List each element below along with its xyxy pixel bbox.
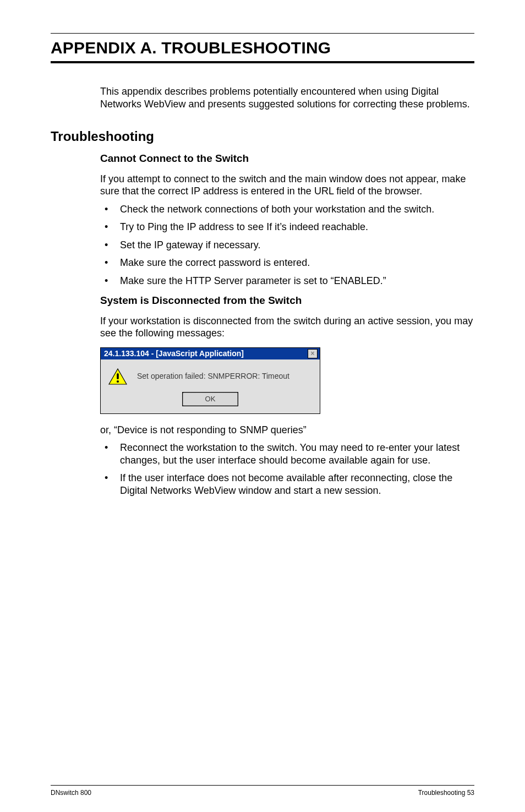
appendix-title: APPENDIX A. TROUBLESHOOTING <box>51 38 474 58</box>
list-item: If the user interface does not become av… <box>100 472 474 497</box>
sub1-bullet-list: Check the network connections of both yo… <box>100 203 474 287</box>
dialog-titlebar: 24.1.133.104 - [JavaScript Application] … <box>101 348 320 359</box>
list-item: Set the IP gateway if necessary. <box>100 239 474 252</box>
svg-point-2 <box>117 380 119 383</box>
page-footer: DNswitch 800 Troubleshooting 53 <box>51 785 474 797</box>
section-heading: Troubleshooting <box>51 129 474 145</box>
footer-right: Troubleshooting 53 <box>418 789 474 797</box>
list-item: Try to Ping the IP address to see If it’… <box>100 221 474 233</box>
list-item: Check the network connections of both yo… <box>100 203 474 216</box>
sub2-heading: System is Disconnected from the Switch <box>100 295 474 307</box>
top-hairline <box>51 33 474 34</box>
error-dialog: 24.1.133.104 - [JavaScript Application] … <box>100 347 320 414</box>
footer-rule <box>51 785 474 786</box>
sub2-paragraph: If your workstation is disconnected from… <box>100 315 474 340</box>
ok-button[interactable]: OK <box>183 393 238 406</box>
dialog-message: Set operation failed: SNMPERROR: Timeout <box>137 372 289 381</box>
intro-paragraph: This appendix describes problems potenti… <box>100 85 474 110</box>
list-item: Make sure the correct password is entere… <box>100 257 474 269</box>
warning-icon <box>108 368 127 385</box>
dialog-button-row: OK <box>101 390 320 413</box>
list-item: Make sure the HTTP Server parameter is s… <box>100 275 474 287</box>
post-dialog-paragraph: or, “Device is not responding to SNMP qu… <box>100 424 474 437</box>
close-icon: × <box>310 350 314 357</box>
dialog-body: Set operation failed: SNMPERROR: Timeout <box>101 359 320 390</box>
title-underline <box>51 61 474 63</box>
close-button[interactable]: × <box>308 349 318 358</box>
list-item: Reconnect the workstation to the switch.… <box>100 442 474 466</box>
sub2-bullet-list: Reconnect the workstation to the switch.… <box>100 442 474 497</box>
ok-button-label: OK <box>205 395 216 404</box>
sub1-heading: Cannot Connect to the Switch <box>100 152 474 165</box>
footer-left: DNswitch 800 <box>51 789 91 797</box>
dialog-title: 24.1.133.104 - [JavaScript Application] <box>104 349 244 358</box>
svg-rect-1 <box>117 373 119 379</box>
dialog-screenshot: 24.1.133.104 - [JavaScript Application] … <box>100 347 474 414</box>
sub1-paragraph: If you attempt to connect to the switch … <box>100 173 474 198</box>
